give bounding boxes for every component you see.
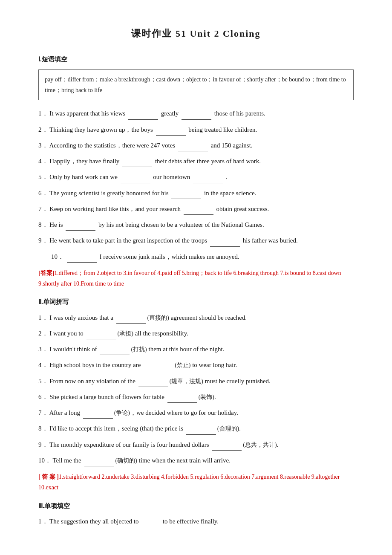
blank-s2-2 [86, 328, 116, 339]
section2-questions: 1． I was only anxious that a (直接的) agree… [38, 312, 358, 467]
q2-8-num: 8． [38, 425, 48, 432]
section3-heading: Ⅲ.单项填空 [38, 501, 358, 512]
q1-4-num: 4． [38, 158, 48, 165]
q1-1: 1． It was apparent that his views greatl… [38, 108, 358, 119]
q2-8: 8． I'd like to accept this item，seeing (… [38, 423, 358, 434]
q3-1: 1． The suggestion they all objected to t… [38, 516, 358, 527]
q2-1: 1． I was only anxious that a (直接的) agree… [38, 312, 358, 324]
section2-answers: [ 答 案 ]1.straightforward 2.undertake 3.d… [38, 471, 354, 493]
blank-1-2 [182, 108, 211, 119]
blank-9-1 [210, 235, 240, 246]
q1-8: 8． He is by his not being chosen to be a… [38, 219, 358, 231]
q2-7-num: 7． [38, 409, 48, 416]
blank-10-1 [67, 251, 97, 263]
q1-5-num: 5． [38, 173, 48, 180]
q2-3: 3． I wouldn't think of (打扰) them at this… [38, 344, 358, 355]
q3-1-num: 1． [38, 518, 48, 525]
blank-8-1 [66, 219, 95, 231]
blank-1-1 [128, 108, 158, 119]
blank-s2-10 [84, 455, 114, 466]
blank-s2-7 [83, 407, 113, 419]
q2-4: 4． High school boys in the country are (… [38, 359, 358, 371]
q1-6-num: 6． [38, 190, 48, 197]
page-title: 课时作业 51 Unit 2 Cloning [34, 26, 358, 41]
q1-5: 5． Only by hard work can we our hometown… [38, 171, 358, 183]
section1-questions: 1． It was apparent that his views greatl… [38, 108, 358, 263]
q2-5: 5． From now on any violation of the (规章，… [38, 376, 358, 387]
blank-s2-1 [116, 312, 146, 324]
q1-4: 4． Happily，they have finally their debts… [38, 156, 358, 167]
q1-9-num: 9． [38, 237, 48, 244]
phrase-box: pay off；differ from；make a breakthrough；… [38, 69, 354, 100]
blank-s2-5 [138, 376, 168, 387]
q2-5-num: 5． [38, 378, 48, 384]
q2-6: 6． She picked a large bunch of flowers f… [38, 391, 358, 403]
blank-5-2 [193, 171, 223, 183]
section2-heading: Ⅱ.单词拼写 [38, 297, 358, 308]
blank-s2-4 [144, 359, 173, 371]
q2-6-num: 6． [38, 393, 48, 400]
q1-6: 6． The young scientist is greatly honour… [38, 188, 358, 199]
q2-4-num: 4． [38, 361, 48, 368]
q1-9: 9． He went back to take part in the grea… [38, 235, 358, 246]
section2-answer-content: 1.straightforward 2.undertake 3.disturbi… [38, 474, 340, 491]
q2-7: 7． After a long (争论)，we decided where to… [38, 407, 358, 419]
q2-10-num: 10． [38, 457, 51, 464]
q1-7: 7． Keep on working hard like this，and yo… [38, 203, 358, 215]
section1-answer-content: 1.differed；from 2.object to 3.in favour … [38, 270, 341, 287]
blank-s2-3 [100, 344, 130, 355]
blank-2-1 [156, 124, 186, 136]
section3: Ⅲ.单项填空 1． The suggestion they all object… [34, 501, 358, 527]
section2-answer-label: [ 答 案 ] [38, 474, 59, 480]
section2: Ⅱ.单词拼写 1． I was only anxious that a (直接的… [34, 297, 358, 493]
blank-5-1 [121, 171, 150, 183]
q2-9: 9． The monthly expenditure of our family… [38, 439, 358, 451]
section1: Ⅰ.短语填空 pay off；differ from；make a breakt… [34, 54, 358, 289]
q2-2-num: 2． [38, 330, 48, 337]
section3-questions: 1． The suggestion they all objected to t… [38, 516, 358, 527]
q1-3-num: 3． [38, 142, 48, 149]
blank-s2-9 [212, 439, 242, 451]
q1-10: 10． I receive some junk mails，which make… [51, 251, 358, 263]
q1-2-num: 2． [38, 126, 48, 133]
q2-9-num: 9． [38, 441, 48, 448]
q2-3-num: 3． [38, 346, 48, 353]
q1-7-num: 7． [38, 205, 48, 212]
q1-10-num: 10． [51, 253, 64, 260]
blank-s2-6 [167, 391, 197, 403]
q1-1-num: 1． [38, 110, 48, 117]
blank-4-1 [122, 156, 152, 167]
q2-2: 2． I want you to (承担) all the responsibi… [38, 328, 358, 339]
q2-10: 10． Tell me the (确切的) time when the next… [38, 455, 358, 466]
blank-3-1 [178, 140, 208, 151]
blank-s2-8 [186, 423, 216, 434]
q1-3: 3． According to the statistics，there wer… [38, 140, 358, 151]
q1-8-num: 8． [38, 221, 48, 228]
q2-1-num: 1． [38, 314, 48, 321]
blank-7-1 [184, 203, 213, 215]
section1-answer-label: [答案] [38, 270, 54, 276]
section1-heading: Ⅰ.短语填空 [38, 54, 358, 65]
blank-6-1 [171, 188, 201, 199]
q1-2: 2． Thinking they have grown up，the boys … [38, 124, 358, 136]
section1-answers: [答案]1.differed；from 2.object to 3.in fav… [38, 268, 354, 289]
